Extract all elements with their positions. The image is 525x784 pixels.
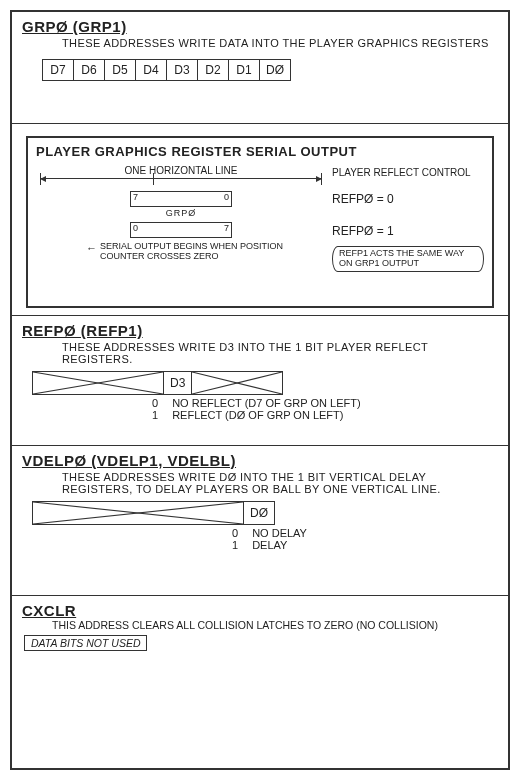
vdel-unused — [32, 501, 244, 525]
refp0-eq-1: REFPØ = 1 — [332, 224, 484, 238]
refp-d3-cell: D3 — [164, 371, 192, 395]
vdel-legend-1-key: 1 — [232, 539, 238, 551]
refp1-note: REFP1 ACTS THE SAME WAY ON GRP1 OUTPUT — [332, 246, 484, 272]
refp-desc: THESE ADDRESSES WRITE D3 INTO THE 1 BIT … — [62, 341, 498, 365]
serial-diagram: ONE HORIZONTAL LINE 7 0 GRPØ 0 7 — [36, 165, 484, 272]
reg-a-left: 7 — [133, 192, 138, 202]
bit-d0: DØ — [260, 60, 290, 80]
cxclr-title: CXCLR — [22, 602, 498, 619]
grp-desc: THESE ADDRESSES WRITE DATA INTO THE PLAY… — [62, 37, 498, 49]
section-serial: PLAYER GRAPHICS REGISTER SERIAL OUTPUT O… — [12, 124, 508, 316]
vdel-legend-0-val: NO DELAY — [252, 527, 307, 539]
grp-reg-normal: 7 0 — [130, 191, 232, 207]
refp-legend: 0NO REFLECT (D7 OF GRP ON LEFT) 1REFLECT… — [152, 397, 498, 421]
serial-title: PLAYER GRAPHICS REGISTER SERIAL OUTPUT — [36, 144, 484, 159]
vdel-legend: 0NO DELAY 1DELAY — [232, 527, 498, 551]
vdel-register: DØ — [32, 501, 498, 525]
section-cxclr: CXCLR THIS ADDRESS CLEARS ALL COLLISION … — [12, 596, 508, 659]
vdel-legend-1-val: DELAY — [252, 539, 287, 551]
refp-legend-0-val: NO REFLECT (D7 OF GRP ON LEFT) — [172, 397, 360, 409]
cxclr-desc: THIS ADDRESS CLEARS ALL COLLISION LATCHE… — [52, 619, 498, 631]
section-refp: REFPØ (REFP1) THESE ADDRESSES WRITE D3 I… — [12, 316, 508, 446]
refp-legend-1-key: 1 — [152, 409, 158, 421]
serial-inner-box: PLAYER GRAPHICS REGISTER SERIAL OUTPUT O… — [26, 136, 494, 308]
grp-reg-label: GRPØ — [36, 208, 326, 218]
page: GRPØ (GRP1) THESE ADDRESSES WRITE DATA I… — [10, 10, 510, 770]
bit-d7: D7 — [43, 60, 74, 80]
serial-note: SERIAL OUTPUT BEGINS WHEN POSITION COUNT… — [86, 242, 326, 262]
bit-d3: D3 — [167, 60, 198, 80]
bit-d6: D6 — [74, 60, 105, 80]
vdel-legend-0-key: 0 — [232, 527, 238, 539]
refp-title: REFPØ (REFP1) — [22, 322, 498, 339]
grp-bits-row: D7 D6 D5 D4 D3 D2 D1 DØ — [42, 59, 291, 81]
reflect-control-title: PLAYER REFLECT CONTROL — [332, 167, 484, 178]
reg-b-left: 0 — [133, 223, 138, 233]
section-vdel: VDELPØ (VDELP1, VDELBL) THESE ADDRESSES … — [12, 446, 508, 596]
section-grp: GRPØ (GRP1) THESE ADDRESSES WRITE DATA I… — [12, 12, 508, 124]
vdel-d0-cell: DØ — [244, 501, 275, 525]
reg-b-right: 7 — [224, 223, 229, 233]
cxclr-notused: DATA BITS NOT USED — [24, 635, 147, 651]
reg-a-right: 0 — [224, 192, 229, 202]
refp-legend-0-key: 0 — [152, 397, 158, 409]
refp-legend-1-val: REFLECT (DØ OF GRP ON LEFT) — [172, 409, 343, 421]
vdel-title: VDELPØ (VDELP1, VDELBL) — [22, 452, 498, 469]
refp-register: D3 — [32, 371, 498, 395]
horizontal-line — [40, 178, 322, 179]
grp-title: GRPØ (GRP1) — [22, 18, 498, 35]
serial-left-diagram: ONE HORIZONTAL LINE 7 0 GRPØ 0 7 — [36, 165, 326, 262]
refp-unused-right — [192, 371, 283, 395]
bit-d2: D2 — [198, 60, 229, 80]
grp-reg-reflect: 0 7 — [130, 222, 232, 238]
refp-unused-left — [32, 371, 164, 395]
hline-label: ONE HORIZONTAL LINE — [36, 165, 326, 176]
refp0-eq-0: REFPØ = 0 — [332, 192, 484, 206]
vdel-desc: THESE ADDRESSES WRITE DØ INTO THE 1 BIT … — [62, 471, 498, 495]
bit-d4: D4 — [136, 60, 167, 80]
serial-right-info: PLAYER REFLECT CONTROL REFPØ = 0 REFPØ =… — [326, 165, 484, 272]
bit-d1: D1 — [229, 60, 260, 80]
bit-d5: D5 — [105, 60, 136, 80]
